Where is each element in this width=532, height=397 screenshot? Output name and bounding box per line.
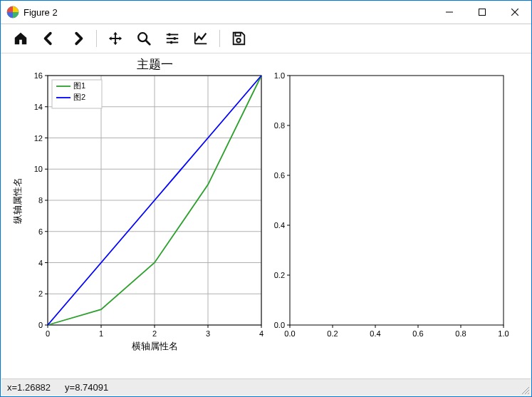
save-button[interactable] xyxy=(226,26,251,51)
plot-svg: 012340246810121416主题一横轴属性名纵轴属性名图1图20.00.… xyxy=(1,54,531,378)
toolbar-separator xyxy=(219,30,220,47)
ytick-label: 8 xyxy=(38,196,43,205)
xtick-label: 0.2 xyxy=(327,329,338,338)
xtick-label: 0 xyxy=(46,329,50,338)
back-button[interactable] xyxy=(37,26,61,51)
svg-rect-8 xyxy=(169,33,171,36)
window-title: Figure 2 xyxy=(24,7,58,18)
legend-entry: 图1 xyxy=(73,81,85,90)
toolbar-separator xyxy=(96,30,97,47)
titlebar: Figure 2 xyxy=(1,1,531,24)
y-axis-label: 纵轴属性名 xyxy=(12,177,23,224)
xtick-label: 2 xyxy=(152,329,157,338)
svg-line-60 xyxy=(528,393,529,394)
axes-frame xyxy=(290,76,504,325)
ytick-label: 0.0 xyxy=(274,321,285,329)
zoom-button[interactable] xyxy=(132,26,156,51)
xtick-label: 1 xyxy=(99,329,103,338)
legend: 图1图2 xyxy=(52,80,102,108)
ytick-label: 0 xyxy=(38,321,43,329)
window-controls xyxy=(433,1,531,24)
ytick-label: 4 xyxy=(38,259,43,267)
status-bar: x=1.26882 y=8.74091 xyxy=(1,378,531,396)
legend-entry: 图2 xyxy=(73,93,85,101)
xtick-label: 0.0 xyxy=(284,329,295,338)
forward-button[interactable] xyxy=(66,26,90,51)
resize-grip-icon[interactable] xyxy=(520,385,530,395)
status-y: y=8.74091 xyxy=(65,382,108,393)
ytick-label: 12 xyxy=(34,134,43,143)
ytick-label: 16 xyxy=(34,71,43,80)
ytick-label: 2 xyxy=(38,289,43,298)
svg-rect-12 xyxy=(170,41,172,44)
home-button[interactable] xyxy=(9,26,33,51)
svg-point-14 xyxy=(236,38,241,43)
status-x: x=1.26882 xyxy=(7,382,51,393)
xtick-label: 4 xyxy=(259,329,264,338)
ytick-label: 1.0 xyxy=(274,71,285,80)
xtick-label: 1.0 xyxy=(498,329,508,338)
svg-rect-13 xyxy=(235,33,240,36)
toolbar xyxy=(1,24,531,53)
xtick-label: 0.4 xyxy=(370,329,380,338)
ytick-label: 10 xyxy=(34,165,43,173)
figure-canvas[interactable]: 012340246810121416主题一横轴属性名纵轴属性名图1图20.00.… xyxy=(1,54,531,378)
app-icon xyxy=(6,6,19,19)
xtick-label: 0.6 xyxy=(412,329,423,338)
ytick-label: 0.2 xyxy=(274,271,285,279)
configure-subplots-button[interactable] xyxy=(160,26,184,51)
edit-axis-button[interactable] xyxy=(189,26,213,51)
ytick-label: 0.6 xyxy=(274,171,285,180)
ytick-label: 0.8 xyxy=(274,121,285,130)
ytick-label: 0.4 xyxy=(274,221,285,230)
svg-rect-2 xyxy=(479,9,486,16)
maximize-button[interactable] xyxy=(466,1,499,24)
svg-line-6 xyxy=(146,41,150,45)
x-axis-label: 横轴属性名 xyxy=(132,341,178,351)
close-button[interactable] xyxy=(499,1,531,24)
xtick-label: 0.8 xyxy=(455,329,466,338)
minimize-button[interactable] xyxy=(433,1,466,24)
svg-rect-10 xyxy=(174,37,176,40)
ytick-label: 6 xyxy=(38,227,43,236)
xtick-label: 3 xyxy=(206,329,210,338)
plot-title: 主题一 xyxy=(137,58,173,71)
ytick-label: 14 xyxy=(34,103,43,111)
pan-button[interactable] xyxy=(103,26,127,51)
